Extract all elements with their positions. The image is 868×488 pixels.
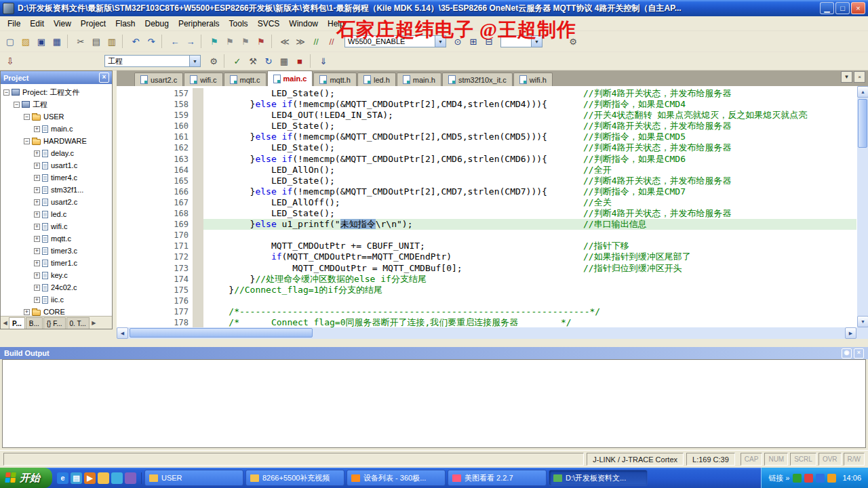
menu-item-debug[interactable]: Debug bbox=[140, 17, 174, 30]
breakpoint-gutter[interactable] bbox=[193, 88, 203, 99]
maximize-button[interactable]: □ bbox=[835, 2, 850, 14]
tray-icon[interactable] bbox=[827, 474, 836, 483]
bookmark-icon[interactable]: ⚑ bbox=[207, 34, 222, 49]
menu-item-tools[interactable]: Tools bbox=[224, 17, 253, 30]
tab-wifi-h[interactable]: wifi.h bbox=[513, 73, 553, 86]
breakpoint-gutter[interactable] bbox=[193, 219, 203, 230]
scroll-down-icon[interactable]: ▼ bbox=[857, 316, 868, 327]
redo-icon[interactable]: ↷ bbox=[144, 34, 159, 49]
translate-icon[interactable]: ✓ bbox=[230, 54, 245, 68]
tree-item[interactable]: +iic.c bbox=[1, 293, 112, 306]
tab-wifi-c[interactable]: wifi.c bbox=[184, 73, 222, 86]
plus-box-icon[interactable]: + bbox=[34, 248, 40, 254]
close-icon[interactable]: × bbox=[854, 348, 864, 359]
horizontal-scrollbar[interactable]: ◀ ▶ bbox=[117, 327, 856, 339]
scroll-right-icon[interactable]: ▶ bbox=[90, 320, 98, 326]
breakpoint-gutter[interactable] bbox=[193, 208, 203, 219]
build-output-content[interactable] bbox=[2, 359, 866, 448]
tree-item[interactable]: +CORE bbox=[1, 306, 112, 316]
breakpoint-gutter[interactable] bbox=[193, 110, 203, 121]
tree-item[interactable]: +mqtt.c bbox=[1, 232, 112, 245]
tree-item[interactable]: +timer1.c bbox=[1, 257, 112, 269]
plus-box-icon[interactable]: + bbox=[34, 224, 40, 230]
stop-build-icon[interactable]: ■ bbox=[292, 54, 307, 68]
target-select[interactable]: 工程 ▼ bbox=[104, 55, 201, 67]
breakpoint-gutter[interactable] bbox=[193, 197, 203, 208]
minus-box-icon[interactable]: − bbox=[14, 102, 20, 108]
minimize-button[interactable]: ▁ bbox=[820, 2, 834, 14]
vertical-scroll-thumb[interactable] bbox=[858, 99, 867, 148]
batch-build-icon[interactable]: ▦ bbox=[277, 54, 292, 68]
close-document-icon[interactable]: × bbox=[854, 71, 865, 83]
plus-box-icon[interactable]: + bbox=[34, 297, 40, 303]
breakpoint-gutter[interactable] bbox=[193, 274, 203, 285]
chevron-down-icon[interactable]: ▼ bbox=[435, 36, 446, 47]
tree-item[interactable]: −工程 bbox=[1, 98, 112, 110]
quick-launch-browser-icon[interactable]: e bbox=[57, 472, 68, 484]
tree-item[interactable]: +led.c bbox=[1, 208, 112, 220]
breakpoint-gutter[interactable] bbox=[193, 306, 203, 317]
unindent-icon[interactable]: ≪ bbox=[277, 34, 292, 49]
plus-box-icon[interactable]: + bbox=[34, 187, 40, 193]
plus-box-icon[interactable]: + bbox=[34, 150, 40, 157]
find-combo[interactable]: W5500_ENABLE ▼ bbox=[344, 35, 446, 47]
prev-bookmark-icon[interactable]: ⚑ bbox=[222, 34, 237, 49]
breakpoint-gutter[interactable] bbox=[193, 131, 203, 142]
comment-icon[interactable]: // bbox=[309, 34, 323, 49]
horizontal-scroll-thumb[interactable] bbox=[130, 328, 313, 338]
scroll-up-icon[interactable]: ▲ bbox=[857, 86, 868, 98]
menu-item-project[interactable]: Project bbox=[76, 17, 111, 30]
tree-item[interactable]: +delay.c bbox=[1, 147, 112, 159]
breakpoint-gutter[interactable] bbox=[193, 154, 203, 165]
scroll-left-icon[interactable]: ◀ bbox=[1, 320, 9, 326]
build-output-header[interactable]: Build Output ◉ × bbox=[0, 347, 868, 359]
tree-item[interactable]: +wifi.c bbox=[1, 220, 112, 232]
tab-stm32f10x_it-c[interactable]: stm32f10x_it.c bbox=[442, 73, 513, 86]
menu-item-flash[interactable]: Flash bbox=[111, 17, 140, 30]
paste-icon[interactable]: ▥ bbox=[104, 34, 119, 49]
expression-combo[interactable]: ▼ bbox=[500, 35, 542, 47]
tree-item[interactable]: +timer4.c bbox=[1, 171, 112, 184]
chevron-down-icon[interactable]: ▼ bbox=[531, 36, 542, 47]
pin-icon[interactable]: ◉ bbox=[842, 348, 852, 359]
tree-item[interactable]: −HARDWARE bbox=[1, 135, 112, 147]
tree-item[interactable]: +main.c bbox=[1, 123, 112, 135]
tab-main-h[interactable]: main.h bbox=[397, 73, 441, 86]
find-in-files-icon[interactable]: ⊞ bbox=[466, 34, 481, 49]
quick-launch-app-icon[interactable] bbox=[125, 472, 136, 484]
clear-bookmarks-icon[interactable]: ⚑ bbox=[254, 34, 269, 49]
project-panel-header[interactable]: Project × bbox=[1, 71, 112, 84]
plus-box-icon[interactable]: + bbox=[34, 126, 40, 132]
taskbar-button[interactable]: 8266+5500补充视频 bbox=[245, 470, 344, 486]
plus-box-icon[interactable]: + bbox=[34, 163, 40, 169]
tab-mqtt-h[interactable]: mqtt.h bbox=[313, 73, 357, 86]
quick-launch-messenger-icon[interactable] bbox=[111, 472, 123, 484]
plus-box-icon[interactable]: + bbox=[34, 272, 40, 279]
build-icon[interactable]: ⚒ bbox=[245, 54, 260, 68]
rebuild-icon[interactable]: ↻ bbox=[261, 54, 276, 68]
grep-icon[interactable]: ⊟ bbox=[481, 34, 496, 49]
find-icon[interactable]: ⊙ bbox=[450, 34, 465, 49]
download-icon[interactable]: ⇓ bbox=[316, 54, 331, 68]
options-target-icon[interactable]: ⚙ bbox=[206, 54, 221, 68]
next-bookmark-icon[interactable]: ⚑ bbox=[238, 34, 253, 49]
plus-box-icon[interactable]: + bbox=[34, 211, 40, 218]
new-file-icon[interactable]: ▢ bbox=[3, 34, 18, 49]
cut-icon[interactable]: ✂ bbox=[73, 34, 88, 49]
tree-item[interactable]: −USER bbox=[1, 110, 112, 123]
breakpoint-gutter[interactable] bbox=[193, 165, 203, 176]
tray-icon[interactable] bbox=[804, 474, 813, 483]
menu-item-peripherals[interactable]: Peripherals bbox=[174, 17, 224, 30]
breakpoint-gutter[interactable] bbox=[193, 142, 203, 153]
breakpoint-gutter[interactable] bbox=[193, 230, 203, 241]
breakpoint-gutter[interactable] bbox=[193, 317, 203, 327]
forward-icon[interactable]: → bbox=[183, 34, 198, 49]
tab-templates[interactable]: 0. T... bbox=[66, 317, 90, 329]
quick-launch-desktop-icon[interactable]: ▤ bbox=[71, 472, 82, 484]
tray-icon[interactable] bbox=[793, 474, 802, 483]
tree-item[interactable]: +stm32f1... bbox=[1, 184, 112, 196]
copy-icon[interactable]: ▤ bbox=[89, 34, 104, 49]
save-all-icon[interactable]: ▦ bbox=[50, 34, 64, 49]
save-icon[interactable]: ▣ bbox=[34, 34, 49, 49]
close-button[interactable]: × bbox=[851, 2, 865, 14]
